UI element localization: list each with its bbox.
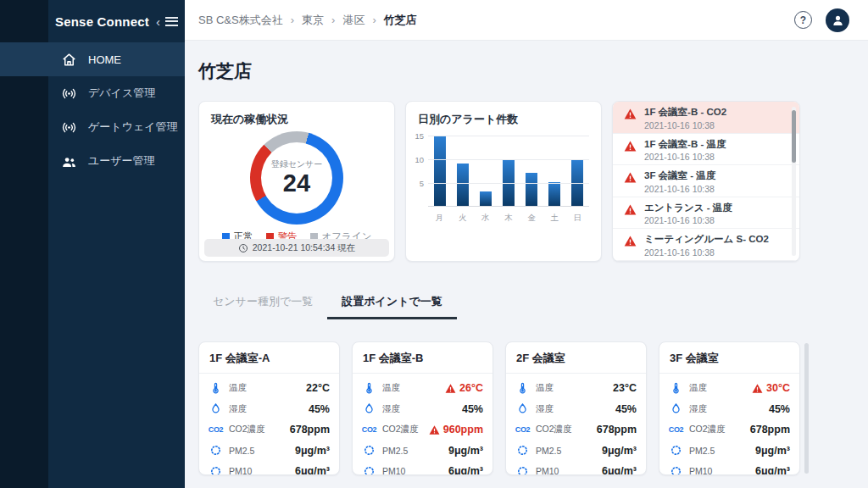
droplet-icon	[669, 402, 683, 416]
point-card[interactable]: 2F 会議室 温度 23°C 湿度 45% CO2 CO2濃度 678ppm P…	[505, 341, 647, 475]
metric-value: 9μg/m³	[602, 445, 637, 457]
droplet-icon	[209, 402, 223, 416]
metric-value: 9μg/m³	[448, 445, 483, 457]
metric-value: 45%	[769, 403, 790, 415]
sidebar-item-home[interactable]: HOME	[0, 42, 185, 76]
alerts-card: 1F 会議室-B - CO2 2021-10-16 10:38 1F 会議室-B…	[612, 101, 800, 262]
metric-label: PM10	[536, 466, 559, 475]
clock-icon	[238, 243, 248, 253]
content: 竹芝店 現在の稼働状況 登録センサー 24 正常 警告 オフライン	[185, 41, 868, 488]
warning-icon	[624, 203, 637, 216]
point-card-body: 温度 30°C 湿度 45% CO2 CO2濃度 678ppm PM2.5 9μ…	[659, 374, 799, 475]
tab-placement-point[interactable]: 設置ポイントで一覧	[327, 288, 457, 319]
signal-icon	[61, 119, 77, 136]
donut-chart: 登録センサー 24	[250, 131, 343, 225]
point-card-body: 温度 22°C 湿度 45% CO2 CO2濃度 678ppm PM2.5 9μ…	[199, 374, 339, 475]
alert-title: ミーティングルーム S- CO2	[644, 233, 769, 247]
alert-item[interactable]: 3F 会議室 - 温度 2021-10-16 10:38	[613, 165, 799, 197]
summary-cards-row: 現在の稼働状況 登録センサー 24 正常 警告 オフライン	[198, 101, 800, 262]
sidebar-item-user-management[interactable]: ユーザー管理	[0, 144, 185, 178]
x-axis-label: 月	[428, 213, 451, 224]
breadcrumb-item[interactable]: 東京	[302, 13, 324, 28]
alerts-list: 1F 会議室-B - CO2 2021-10-16 10:38 1F 会議室-B…	[613, 102, 799, 261]
x-axis-label: 木	[497, 213, 520, 224]
warning-icon	[624, 171, 637, 184]
pm-icon	[669, 443, 683, 458]
alert-time: 2021-10-16 10:38	[644, 247, 769, 258]
co2-icon: CO2	[669, 423, 683, 437]
alert-item[interactable]: 1F 会議室-B - 温度 2021-10-16 10:38	[613, 134, 799, 166]
metric-row: CO2 CO2濃度 960ppm	[362, 419, 483, 441]
sidebar-collapse-icon[interactable]: ‹	[156, 15, 160, 28]
sidebar-item-label: HOME	[88, 53, 121, 66]
alert-time: 2021-10-16 10:38	[644, 151, 726, 163]
sidebar: Sense Connect ‹ HOME デバイス管理 ゲートウェイ管理 ユーザ…	[48, 0, 185, 488]
home-icon	[61, 52, 77, 68]
sidebar-item-label: ゲートウェイ管理	[88, 119, 178, 135]
avatar[interactable]	[826, 8, 849, 32]
point-card-title: 2F 会議室	[506, 342, 646, 374]
metric-label: CO2濃度	[536, 424, 572, 435]
tab-sensor-type[interactable]: センサー種別で一覧	[198, 288, 327, 319]
warning-icon	[445, 383, 456, 394]
alerts-scrollbar[interactable]	[792, 107, 796, 256]
point-card[interactable]: 3F 会議室 温度 30°C 湿度 45% CO2 CO2濃度 678ppm P…	[659, 341, 800, 475]
metric-value: 6μg/m³	[295, 465, 330, 475]
breadcrumb-item[interactable]: SB C&S株式会社	[198, 13, 283, 28]
metric-label: CO2濃度	[689, 424, 726, 435]
breadcrumb-item: 竹芝店	[384, 13, 417, 28]
topbar-actions: ?	[794, 8, 849, 32]
sidebar-nav: HOME デバイス管理 ゲートウェイ管理 ユーザー管理	[48, 42, 185, 178]
metric-row: PM10 6μg/m³	[362, 461, 483, 475]
point-card-title: 1F 会議室-A	[199, 342, 339, 374]
points-scrollbar[interactable]	[804, 343, 809, 474]
alert-title: 3F 会議室 - 温度	[644, 169, 715, 183]
metric-value: 6μg/m³	[448, 465, 483, 475]
point-card-title: 1F 会議室-B	[353, 342, 492, 374]
metric-label: PM10	[382, 466, 405, 475]
alerts-scrollbar-thumb[interactable]	[792, 110, 796, 163]
topbar: SB C&S株式会社›東京›港区›竹芝店 ?	[185, 0, 868, 41]
pm-icon	[209, 464, 223, 475]
metric-row: 温度 26°C	[362, 378, 483, 399]
sidebar-item-device-management[interactable]: デバイス管理	[0, 76, 185, 110]
point-card[interactable]: 1F 会議室-A 温度 22°C 湿度 45% CO2 CO2濃度 678ppm…	[198, 341, 340, 475]
y-axis-tick: 15	[415, 131, 424, 141]
alert-item[interactable]: 1F 会議室-B - CO2 2021-10-16 10:38	[613, 102, 799, 134]
breadcrumb: SB C&S株式会社›東京›港区›竹芝店	[198, 13, 417, 28]
x-axis-label: 火	[451, 213, 474, 224]
warning-icon	[624, 235, 637, 247]
chevron-right-icon: ›	[372, 14, 376, 26]
alert-item[interactable]: エントランス - 温度 2021-10-16 10:38	[613, 197, 799, 230]
donut-center-value: 24	[283, 170, 310, 197]
metric-row: 湿度 45%	[515, 399, 637, 420]
metric-label: 温度	[229, 382, 247, 394]
x-axis-label: 金	[520, 213, 543, 224]
alert-time: 2021-10-16 10:38	[644, 119, 726, 131]
co2-icon: CO2	[362, 423, 376, 437]
donut-center: 登録センサー 24	[261, 142, 332, 214]
droplet-icon	[362, 402, 376, 416]
gridline	[428, 183, 589, 184]
metric-label: PM2.5	[229, 446, 254, 456]
warning-icon	[624, 140, 637, 152]
metric-label: 温度	[689, 382, 707, 394]
sidebar-item-gateway-management[interactable]: ゲートウェイ管理	[0, 110, 185, 144]
thermometer-icon	[515, 381, 530, 396]
point-card[interactable]: 1F 会議室-B 温度 26°C 湿度 45% CO2 CO2濃度 960ppm…	[352, 341, 493, 475]
pm-icon	[515, 464, 530, 475]
metric-value: 9μg/m³	[295, 445, 330, 457]
metric-row: 温度 30°C	[669, 378, 790, 399]
users-icon	[61, 153, 77, 169]
timestamp-bar: 2021-10-21 10:54:34 現在	[204, 239, 389, 257]
alert-item[interactable]: ミーティングルーム S- CO2 2021-10-16 10:38	[613, 229, 799, 261]
pm-icon	[362, 464, 376, 475]
hamburger-icon[interactable]	[165, 17, 178, 26]
metric-label: CO2濃度	[229, 424, 265, 435]
help-icon[interactable]: ?	[794, 11, 812, 29]
breadcrumb-item[interactable]: 港区	[342, 13, 364, 28]
sidebar-item-label: デバイス管理	[88, 86, 155, 101]
metric-value: 22°C	[306, 382, 330, 394]
alert-time: 2021-10-16 10:38	[644, 214, 732, 226]
bar-chart: 15105	[411, 136, 589, 207]
